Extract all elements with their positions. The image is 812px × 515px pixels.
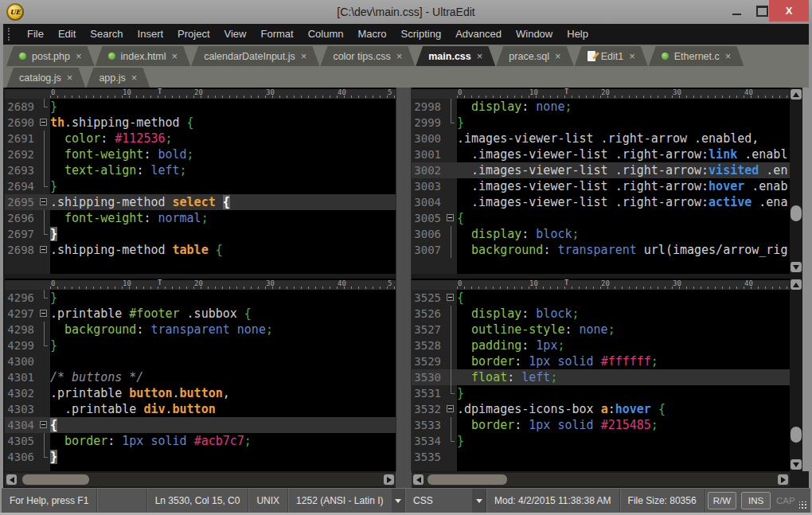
- code-line[interactable]: 3527 outline-style: none;: [412, 322, 790, 337]
- code-line[interactable]: 2694}: [5, 178, 396, 194]
- code-line[interactable]: 2698.shipping-method table {: [5, 242, 396, 258]
- code-line[interactable]: 4301/* buttons */: [5, 369, 396, 385]
- code-line[interactable]: 3533 border: 1px solid #215485;: [412, 417, 790, 433]
- code-line[interactable]: 2689}: [5, 99, 396, 115]
- syntax-dropdown-icon[interactable]: [472, 489, 486, 513]
- code-line[interactable]: 2692 font-weight: bold;: [5, 146, 396, 162]
- code-line[interactable]: 2697}: [5, 226, 396, 242]
- code-line[interactable]: 3006 display: block;: [412, 226, 790, 242]
- menu-drag-handle-icon[interactable]: [8, 28, 12, 41]
- tab-close-icon[interactable]: ×: [67, 74, 73, 82]
- code-line[interactable]: 4300: [5, 353, 396, 369]
- code-line[interactable]: 3530 float: left;: [412, 369, 790, 385]
- code-line[interactable]: 3004 .images-viewer-list .right-arrow:ac…: [412, 194, 790, 210]
- close-button[interactable]: X: [769, 0, 809, 21]
- tab-close-icon[interactable]: ×: [477, 53, 483, 60]
- insert-mode-toggle[interactable]: INS: [741, 492, 771, 509]
- fold-collapse-icon[interactable]: [38, 194, 50, 210]
- code-line[interactable]: 3526 display: block;: [412, 306, 790, 322]
- code-line[interactable]: 3525{: [412, 290, 790, 306]
- menu-item-format[interactable]: Format: [254, 24, 301, 45]
- tab-close-icon[interactable]: ×: [76, 53, 82, 60]
- horizontal-scroll-thumb[interactable]: [22, 474, 89, 485]
- code-line[interactable]: 3529 border: 1px solid #ffffff;: [412, 353, 790, 369]
- menu-item-scripting[interactable]: Scripting: [394, 24, 449, 45]
- scroll-right-icon[interactable]: [778, 474, 788, 485]
- code-line[interactable]: 2690th.shipping-method {: [5, 115, 396, 131]
- tab-color-tips-css[interactable]: color tips.css×: [320, 46, 415, 66]
- maximize-button[interactable]: [753, 0, 771, 21]
- editor-pane-bottom-left[interactable]: 0102030405T4296}4297.printable #footer .…: [5, 279, 396, 471]
- code-line[interactable]: 4297.printable #footer .subbox {: [5, 306, 396, 322]
- tab-ethernet-c[interactable]: Ethernet.c×: [649, 46, 744, 66]
- tab-close-icon[interactable]: ×: [396, 53, 403, 60]
- code-line[interactable]: 2998 display: none;: [412, 99, 790, 115]
- scroll-down-icon-bottom-pane[interactable]: [791, 459, 802, 470]
- minimize-button[interactable]: [728, 0, 745, 21]
- code-line[interactable]: 2696 font-weight: normal;: [5, 210, 396, 226]
- vertical-splitter[interactable]: [396, 88, 412, 471]
- horizontal-scroll-thumb[interactable]: [427, 474, 507, 485]
- vertical-scroll-thumb-bottom-pane[interactable]: [791, 427, 802, 443]
- code-line[interactable]: 3000.images-viewer-list .right-arrow .en…: [412, 131, 790, 146]
- menu-item-advanced[interactable]: Advanced: [448, 24, 509, 45]
- menu-item-file[interactable]: File: [20, 24, 51, 45]
- scroll-up-icon-top-pane[interactable]: [791, 89, 802, 99]
- fold-collapse-icon[interactable]: [38, 115, 50, 131]
- scroll-up-icon-bottom-pane[interactable]: [791, 279, 802, 290]
- code-line[interactable]: 3534}: [412, 433, 790, 449]
- tab-app-js[interactable]: app.js×: [86, 68, 150, 88]
- code-line[interactable]: 4298 background: transparent none;: [5, 322, 396, 337]
- scroll-down-icon-top-pane[interactable]: [791, 262, 802, 272]
- editor-pane-bottom-right[interactable]: 010203040T3525{3526 display: block;3527 …: [412, 279, 790, 471]
- code-line[interactable]: 4305 border: 1px solid #acb7c7;: [5, 433, 396, 449]
- menu-item-edit[interactable]: Edit: [51, 24, 83, 45]
- menu-item-help[interactable]: Help: [560, 24, 595, 45]
- tab-prace-sql[interactable]: prace.sql×: [496, 46, 573, 66]
- tab-catalog-js[interactable]: catalog.js×: [6, 68, 85, 88]
- code-line[interactable]: 2691 color: #112536;: [5, 131, 396, 146]
- code-line[interactable]: 3002 .images-viewer-list .right-arrow:vi…: [412, 162, 790, 178]
- code-line[interactable]: 4302.printable button.button,: [5, 385, 396, 401]
- menu-item-search[interactable]: Search: [83, 24, 130, 45]
- resize-grip-icon[interactable]: [798, 489, 810, 513]
- menu-item-column[interactable]: Column: [301, 24, 351, 45]
- vertical-scroll-thumb-top-pane[interactable]: [791, 205, 802, 221]
- code-line[interactable]: 4296}: [5, 290, 396, 306]
- fold-collapse-icon[interactable]: [445, 290, 457, 306]
- code-line[interactable]: 3528 padding: 1px;: [412, 337, 790, 353]
- menu-item-macro[interactable]: Macro: [350, 24, 393, 45]
- code-line[interactable]: 4299}: [5, 337, 396, 353]
- code-line[interactable]: 3532.dpimages-icons-box a:hover {: [412, 401, 790, 417]
- encoding-dropdown-icon[interactable]: [392, 489, 406, 513]
- tab-edit1[interactable]: Edit1×: [575, 46, 648, 66]
- scroll-right-icon[interactable]: [384, 474, 394, 485]
- code-line[interactable]: 3531}: [412, 385, 790, 401]
- fold-collapse-icon[interactable]: [38, 306, 50, 322]
- fold-collapse-icon[interactable]: [445, 401, 457, 417]
- scroll-left-icon[interactable]: [413, 474, 424, 485]
- tab-close-icon[interactable]: ×: [301, 53, 307, 60]
- tab-calendardateinput-js[interactable]: calendarDateInput.js×: [191, 46, 319, 66]
- code-line[interactable]: 3001 .images-viewer-list .right-arrow:li…: [412, 146, 790, 162]
- code-line[interactable]: 4304{: [5, 417, 396, 433]
- tab-close-icon[interactable]: ×: [131, 74, 138, 82]
- tab-close-icon[interactable]: ×: [555, 53, 561, 60]
- menu-item-window[interactable]: Window: [509, 24, 560, 45]
- fold-collapse-icon[interactable]: [445, 210, 457, 226]
- code-line[interactable]: 3003 .images-viewer-list .right-arrow:ho…: [412, 178, 790, 194]
- tab-close-icon[interactable]: ×: [172, 53, 178, 60]
- editor-pane-top-left[interactable]: 0102030405T2689}2690th.shipping-method {…: [5, 88, 396, 274]
- code-line[interactable]: 2693 text-align: left;: [5, 162, 396, 178]
- code-line[interactable]: 2999}: [412, 115, 790, 131]
- fold-collapse-icon[interactable]: [38, 417, 50, 433]
- code-line[interactable]: 2695.shipping-method select {: [5, 194, 396, 210]
- tab-index-html[interactable]: index.html×: [96, 46, 191, 66]
- horizontal-scrollbar-left-pane[interactable]: [5, 473, 396, 486]
- read-write-toggle[interactable]: R/W: [708, 492, 737, 509]
- tab-close-icon[interactable]: ×: [725, 53, 732, 60]
- menu-item-insert[interactable]: Insert: [131, 24, 171, 45]
- code-line[interactable]: 4306}: [5, 449, 396, 465]
- menu-item-view[interactable]: View: [217, 24, 254, 45]
- tab-post-php[interactable]: post.php×: [6, 46, 95, 66]
